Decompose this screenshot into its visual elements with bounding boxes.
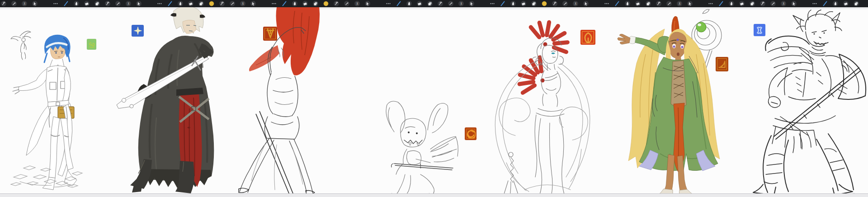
selection-s-icon[interactable]: S — [458, 1, 464, 6]
smudge-icon[interactable] — [729, 1, 734, 6]
transform-arrow-icon[interactable] — [32, 1, 38, 6]
canvas-surface[interactable] — [0, 7, 868, 197]
eraser-icon[interactable] — [635, 1, 641, 6]
actions-wrench-icon[interactable] — [438, 1, 443, 6]
gallery-more-icon[interactable] — [604, 1, 609, 6]
smudge-icon[interactable] — [406, 1, 412, 6]
gallery-more-icon[interactable] — [271, 1, 277, 6]
adjustments-wand-icon[interactable] — [666, 1, 672, 6]
brush-icon[interactable] — [396, 1, 401, 6]
brush-icon[interactable] — [614, 1, 620, 6]
actions-wrench-icon[interactable] — [105, 1, 110, 6]
selection-s-icon[interactable]: S — [240, 1, 245, 6]
layers-icon[interactable] — [531, 1, 537, 6]
adjustments-wand-icon[interactable] — [344, 1, 349, 6]
eraser-icon[interactable] — [302, 1, 308, 6]
transform-arrow-icon[interactable] — [365, 1, 370, 6]
toolbar-segment-7: S — [604, 1, 693, 6]
gallery-more-icon[interactable] — [386, 1, 391, 6]
smudge-icon[interactable] — [510, 1, 516, 6]
toolbar-segment-3: S — [157, 1, 256, 6]
eraser-icon[interactable] — [84, 1, 90, 6]
character-rough-sketch-warrior — [753, 10, 866, 196]
adjustments-wand-icon[interactable] — [115, 1, 121, 6]
gallery-more-icon[interactable] — [157, 1, 162, 6]
gallery-more-icon[interactable] — [812, 1, 817, 6]
transform-arrow-icon[interactable] — [136, 1, 142, 6]
adjustments-wand-icon[interactable] — [562, 1, 568, 6]
adjustments-wand-icon[interactable] — [230, 1, 235, 6]
transform-arrow-icon[interactable] — [469, 1, 474, 6]
actions-wrench-icon[interactable] — [760, 1, 765, 6]
color-disc-icon[interactable] — [209, 1, 214, 6]
brush-icon[interactable] — [282, 1, 287, 6]
blonde-horned-mage-emblem-glyph-icon — [717, 59, 727, 70]
canvas-bottom-edge — [0, 193, 868, 197]
layers-icon[interactable] — [198, 1, 204, 6]
dark-armored-knight-emblem-badge — [132, 25, 144, 37]
blue-haired-adventurer-emblem-badge — [87, 39, 96, 50]
blonde-horned-mage-emblem-badge — [716, 57, 728, 71]
eraser-icon[interactable] — [843, 1, 849, 6]
svg-text:S: S — [460, 2, 462, 6]
brush-icon[interactable] — [822, 1, 828, 6]
brush-icon[interactable] — [167, 1, 173, 6]
selection-s-icon[interactable]: S — [781, 1, 786, 6]
selection-s-icon[interactable]: S — [126, 1, 131, 6]
adjustments-wand-icon[interactable] — [770, 1, 776, 6]
eraser-icon[interactable] — [739, 1, 745, 6]
actions-wrench-icon[interactable] — [334, 1, 339, 6]
color-disc-icon[interactable] — [323, 1, 329, 6]
dark-armored-knight-emblem-glyph-icon — [133, 26, 143, 36]
transform-arrow-icon[interactable] — [583, 1, 589, 6]
selection-s-icon[interactable]: S — [22, 1, 27, 6]
actions-wrench-icon[interactable] — [656, 1, 661, 6]
layers-icon[interactable] — [646, 1, 651, 6]
svg-text:S: S — [783, 2, 784, 6]
smudge-icon[interactable] — [74, 1, 79, 6]
brush-icon[interactable] — [718, 1, 724, 6]
transform-arrow-icon[interactable] — [791, 1, 797, 6]
transform-arrow-icon[interactable] — [250, 1, 256, 6]
smudge-icon[interactable] — [833, 1, 838, 6]
gallery-more-icon[interactable] — [708, 1, 713, 6]
brush-icon[interactable] — [500, 1, 505, 6]
canvas-artwork — [0, 0, 868, 197]
brush-icon[interactable] — [63, 1, 69, 6]
layers-icon[interactable] — [313, 1, 318, 6]
red-haired-duelist-emblem-badge — [263, 27, 277, 41]
smudge-icon[interactable] — [178, 1, 183, 6]
actions-wrench-icon[interactable] — [552, 1, 557, 6]
smudge-icon[interactable] — [625, 1, 630, 6]
eraser-icon[interactable] — [188, 1, 193, 6]
red-fan-upper — [528, 20, 570, 55]
selection-s-icon[interactable]: S — [354, 1, 360, 6]
layers-icon[interactable] — [427, 1, 433, 6]
painting-workspace: SSSSSSSS — [0, 0, 868, 197]
character-blonde-horned-mage — [618, 9, 722, 196]
svg-text:S: S — [679, 2, 680, 6]
actions-wrench-icon[interactable] — [1, 1, 6, 6]
eraser-icon[interactable] — [521, 1, 526, 6]
gallery-more-icon[interactable] — [490, 1, 495, 6]
selection-s-icon[interactable]: S — [677, 1, 682, 6]
layers-icon[interactable] — [750, 1, 755, 6]
fan-dancer-emblem-glyph-icon — [581, 31, 594, 44]
layers-icon[interactable] — [94, 1, 100, 6]
adjustments-wand-icon[interactable] — [11, 1, 17, 6]
svg-text:S: S — [127, 2, 129, 6]
selection-s-icon[interactable]: S — [573, 1, 578, 6]
transform-arrow-icon[interactable] — [687, 1, 693, 6]
toolbar-segment-9 — [812, 1, 859, 6]
toolbar-segment-6: S — [490, 1, 589, 6]
eraser-icon[interactable] — [417, 1, 422, 6]
gallery-more-icon[interactable] — [53, 1, 58, 6]
layers-icon[interactable] — [854, 1, 859, 6]
fan-dancer-emblem-badge — [580, 30, 595, 45]
actions-wrench-icon[interactable] — [219, 1, 225, 6]
red-haired-duelist-emblem-glyph-icon — [264, 28, 276, 40]
color-disc-icon[interactable] — [542, 1, 547, 6]
adjustments-wand-icon[interactable] — [448, 1, 453, 6]
svg-text:S: S — [242, 2, 244, 6]
smudge-icon[interactable] — [292, 1, 297, 6]
